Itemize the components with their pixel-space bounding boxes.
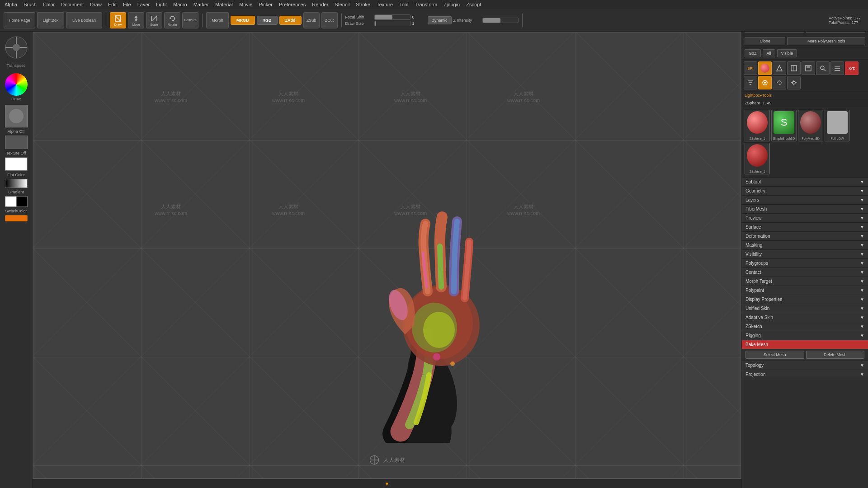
menu-stencil[interactable]: Stencil [332,0,352,9]
visible-button[interactable]: Visible [777,49,797,57]
morph-button[interactable]: Morph [206,12,229,28]
menu-tool[interactable]: Tool [396,0,411,9]
path-icon-btn[interactable] [773,61,786,75]
settings-icon-btn[interactable] [787,76,801,89]
projection-header[interactable]: Projection ▼ [742,370,868,379]
topology-header[interactable]: Topology ▼ [742,361,868,370]
history-icon-btn[interactable] [773,76,786,89]
zsub-button[interactable]: ZSub [303,12,320,28]
deformation-header[interactable]: Deformation ▼ [742,232,868,240]
particles-button[interactable]: Particles [182,12,198,28]
surface-header[interactable]: Surface ▼ [742,223,868,231]
texture-thumbnail[interactable] [5,136,28,149]
menu-picker[interactable]: Picker [256,0,275,9]
tool-thumb-zsphere2[interactable]: ZSphere_1 [745,143,770,174]
menu-preferences[interactable]: Preferences [276,0,308,9]
menu-texture[interactable]: Texture [374,0,396,9]
menu-layer[interactable]: Layer [135,0,153,9]
home-page-button[interactable]: Home Page [4,12,35,28]
switch-color-box[interactable] [5,196,28,207]
all-button[interactable]: All [763,49,775,57]
morph-target-header[interactable]: Morph Target ▼ [742,277,868,286]
lightbox-tools-link[interactable]: Lightbox▸Tools [742,92,868,99]
menu-draw[interactable]: Draw [87,0,104,9]
lightbox-button[interactable]: LightBox [37,12,64,28]
frame-icon-btn[interactable] [787,61,801,75]
alt-name-bar[interactable] [5,215,28,221]
points-readout: ActivePoints: 177 TotalPoints: 177 [829,16,864,25]
masking-header[interactable]: Masking ▼ [742,241,868,249]
menu-alpha[interactable]: Alpha [2,0,20,9]
bake-mesh-header[interactable]: Bake Mesh [742,340,868,349]
polypaint-header[interactable]: Polypaint ▼ [742,286,868,295]
spi-button[interactable]: SPI [744,61,757,75]
menu-stroke[interactable]: Stroke [353,0,373,9]
menu-render[interactable]: Render [309,0,331,9]
zsphere-icon-btn[interactable] [758,61,772,75]
menu-transform[interactable]: Transform [412,0,440,9]
alpha-thumbnail[interactable] [5,105,28,127]
tool-thumb-fulllow[interactable]: Full LOW [825,110,850,141]
mrgb-button[interactable]: MRGB [231,16,255,25]
menu-color[interactable]: Color [40,0,57,9]
menu-marker[interactable]: Marker [191,0,212,9]
color-wheel[interactable] [5,73,28,96]
navigate-control[interactable] [4,35,28,60]
goz-button[interactable]: GoZ [745,49,761,57]
menu-zscript[interactable]: Zscript [463,0,484,9]
rigging-header[interactable]: Rigging ▼ [742,331,868,340]
fibermesh-header[interactable]: FiberMesh ▼ [742,205,868,213]
rotate-button[interactable]: Rotate [164,12,180,28]
more-polymesh-button[interactable]: More PolyMeshTools [787,37,865,45]
scale-button[interactable]: Scale [146,12,162,28]
menu-document[interactable]: Document [58,0,86,9]
save-icon-btn[interactable] [802,61,815,75]
render-icon-btn[interactable] [758,76,772,89]
search-icon-btn[interactable] [816,61,830,75]
draw-mode-button[interactable]: Draw [110,12,126,28]
flat-color-box[interactable] [5,157,28,171]
menu-file[interactable]: File [120,0,134,9]
menu-edit[interactable]: Edit [105,0,119,9]
menu-light[interactable]: Light [153,0,170,9]
menu-movie[interactable]: Movie [236,0,255,9]
layers-icon-btn[interactable] [830,61,844,75]
zadd-button[interactable]: ZAdd [279,16,302,25]
draw-size-slider[interactable] [374,21,410,26]
contact-header[interactable]: Contact ▼ [742,268,868,277]
preview-header[interactable]: Preview ▼ [742,214,868,222]
xyz-icon-btn[interactable]: XYZ [845,61,859,75]
menu-macro[interactable]: Macro [170,0,190,9]
menu-material[interactable]: Material [212,0,236,9]
z-intensity-slider[interactable] [482,18,519,23]
bottom-arrow[interactable]: ▼ [384,481,390,487]
clone-button[interactable]: Clone [745,37,785,45]
menu-brush[interactable]: Brush [21,0,39,9]
unified-skin-header[interactable]: Unified Skin ▼ [742,304,868,313]
tool-thumb-zsphere1[interactable]: ZSphere_1 [745,110,770,141]
move-button[interactable]: Move [128,12,144,28]
zcut-button[interactable]: ZCut [321,12,338,28]
filter-icon-btn[interactable] [744,76,757,89]
tool-thumb-zsphere1-small[interactable]: PolyMesh3D [798,110,823,141]
tool-thumb-simplebrush[interactable]: S SimpleBrush3D [771,110,797,141]
adaptive-skin-header[interactable]: Adaptive Skin ▼ [742,313,868,322]
delete-mesh-button[interactable]: Delete Mesh [806,351,865,359]
polygroups-header[interactable]: Polygroups ▼ [742,259,868,267]
display-props-header[interactable]: Display Properties ▼ [742,295,868,304]
dynamic-button[interactable]: Dynamic [428,16,452,24]
menu-zplugin[interactable]: Zplugin [441,0,462,9]
geometry-header[interactable]: Geometry ▼ [742,187,868,195]
zsketch-header[interactable]: ZSketch ▼ [742,322,868,331]
rgb-button[interactable]: RGB [257,16,278,25]
visibility-header[interactable]: Visibility ▼ [742,250,868,258]
gradient-preview[interactable] [5,179,28,188]
svg-point-19 [433,353,440,361]
focal-shift-slider[interactable] [374,14,410,20]
live-boolean-button[interactable]: Live Boolean [66,12,102,28]
svg-rect-27 [807,66,810,68]
subtool-header[interactable]: Subtool ▼ [742,178,868,186]
canvas-area[interactable]: 人人素材www.rr-sc.com 人人素材www.rr-sc.com 人人素材… [33,32,741,479]
layers-header[interactable]: Layers ▼ [742,196,868,204]
select-mesh-button[interactable]: Select Mesh [745,351,804,359]
